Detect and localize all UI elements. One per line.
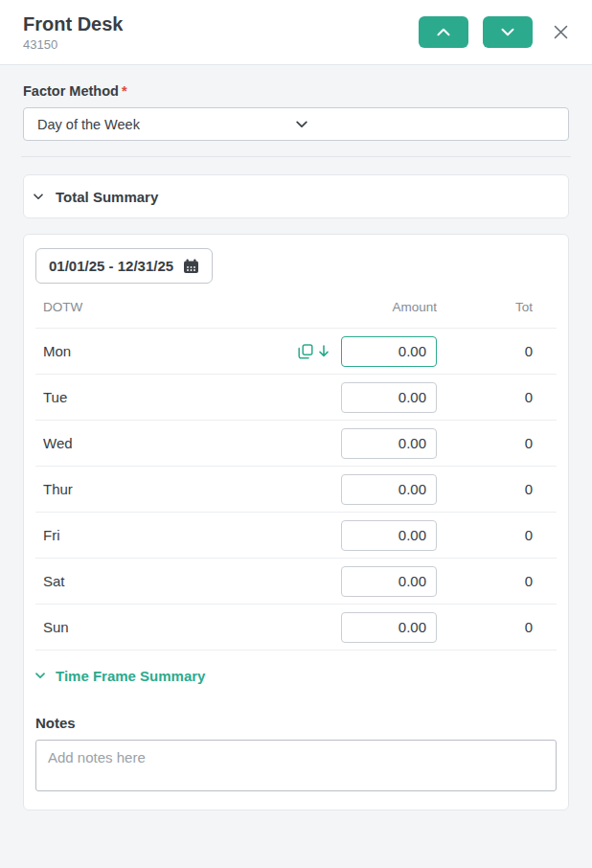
- day-label: Tue: [35, 389, 341, 405]
- amount-input[interactable]: [341, 382, 437, 413]
- factor-method-selected-value: Day of the Week: [37, 117, 296, 132]
- time-frame-summary-label: Time Frame Summary: [56, 668, 205, 684]
- tot-value: 0: [437, 343, 557, 359]
- day-label: Sun: [35, 619, 341, 635]
- table-row: Tue 0: [35, 375, 557, 421]
- page-title: Front Desk: [23, 12, 419, 35]
- date-range-picker[interactable]: 01/01/25 - 12/31/25: [35, 248, 213, 284]
- factor-method-field: Factor Method* Day of the Week: [23, 83, 569, 141]
- chevron-down-icon: [35, 673, 45, 679]
- table-row: Wed 0: [35, 421, 557, 467]
- day-label: Wed: [35, 435, 341, 451]
- table-header-row: DOTW Amount Tot: [35, 286, 557, 329]
- copy-icon: [298, 344, 313, 359]
- tot-value: 0: [437, 481, 557, 497]
- tot-value: 0: [437, 435, 557, 451]
- close-icon: [554, 25, 568, 39]
- fill-down-button[interactable]: [317, 344, 330, 358]
- amount-input[interactable]: [341, 520, 437, 551]
- table-row: Sun 0: [35, 605, 557, 651]
- tot-value: 0: [437, 573, 557, 589]
- table-row: Sat 0: [35, 559, 557, 605]
- notes-label: Notes: [35, 715, 557, 731]
- next-record-button[interactable]: [483, 16, 533, 48]
- total-summary-label: Total Summary: [56, 189, 158, 205]
- factor-method-label-row: Factor Method*: [23, 83, 569, 99]
- amount-input[interactable]: [341, 566, 437, 597]
- total-summary-toggle[interactable]: Total Summary: [23, 174, 569, 218]
- table-row: Mon 0: [35, 329, 557, 375]
- amount-cell: [341, 474, 437, 505]
- table-header-tot: Tot: [437, 300, 557, 314]
- amount-cell: [341, 566, 437, 597]
- day-label: Fri: [35, 527, 341, 543]
- required-asterisk: *: [122, 83, 127, 99]
- amount-input[interactable]: [341, 612, 437, 643]
- tot-value: 0: [437, 619, 557, 635]
- amount-cell: [341, 612, 437, 643]
- panel-body: Factor Method* Day of the Week Total Sum…: [0, 65, 592, 811]
- copy-down-button[interactable]: [298, 344, 313, 359]
- arrow-down-icon: [317, 344, 330, 358]
- tot-value: 0: [437, 389, 557, 405]
- table-row: Thur 0: [35, 467, 557, 513]
- table-row: Fri 0: [35, 513, 557, 559]
- table-header-dotw: DOTW: [35, 300, 341, 314]
- chevron-down-icon: [501, 28, 514, 36]
- previous-record-button[interactable]: [419, 16, 468, 48]
- day-label: Thur: [35, 481, 341, 497]
- tot-value: 0: [437, 527, 557, 543]
- day-label: Sat: [35, 573, 341, 589]
- amount-input[interactable]: [341, 428, 437, 459]
- amount-input[interactable]: [341, 474, 437, 505]
- amount-cell: [341, 428, 437, 459]
- amount-cell: [341, 520, 437, 551]
- close-button[interactable]: [550, 22, 571, 43]
- header-titles: Front Desk 43150: [23, 12, 419, 52]
- page-subtitle: 43150: [23, 37, 419, 52]
- amount-cell: [341, 336, 437, 367]
- amount-cell: [341, 382, 437, 413]
- day-label: Mon: [35, 343, 298, 359]
- header-actions: [419, 16, 571, 48]
- factor-method-label: Factor Method: [23, 83, 119, 99]
- section-divider: [21, 156, 571, 157]
- row-action-icons: [298, 344, 330, 359]
- amount-input[interactable]: [341, 336, 437, 367]
- chevron-down-icon: [296, 121, 555, 128]
- notes-textarea[interactable]: [35, 740, 557, 791]
- date-range-value: 01/01/25 - 12/31/25: [49, 258, 173, 274]
- time-frame-summary-toggle[interactable]: Time Frame Summary: [35, 668, 557, 684]
- panel-header: Front Desk 43150: [0, 0, 592, 65]
- calendar-icon: [183, 259, 199, 274]
- factor-method-select[interactable]: Day of the Week: [23, 107, 569, 141]
- dotw-table-body: Mon 0 Tue: [35, 329, 557, 651]
- chevron-down-icon: [34, 194, 43, 200]
- table-header-amount: Amount: [341, 300, 437, 314]
- summary-card: 01/01/25 - 12/31/25 DOTW Amount Tot Mon: [23, 234, 569, 811]
- chevron-up-icon: [437, 28, 450, 36]
